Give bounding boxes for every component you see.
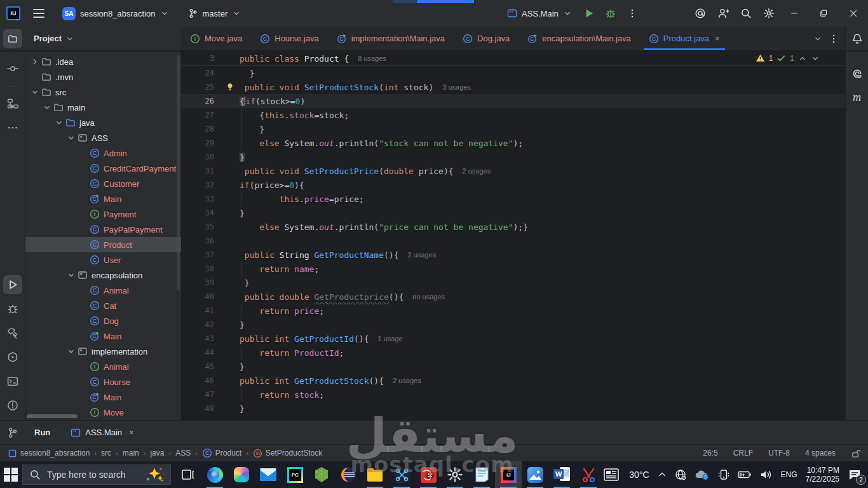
close-icon[interactable]: × — [129, 428, 134, 437]
tree-item-src[interactable]: src — [25, 85, 181, 100]
line-number[interactable]: 39 — [181, 278, 223, 287]
services-tool-icon[interactable] — [3, 348, 22, 367]
line-number[interactable]: 28 — [181, 125, 223, 133]
line-number[interactable]: 40 — [181, 292, 223, 301]
line-number[interactable]: 41 — [181, 306, 223, 315]
tree-item-creditcardpayment[interactable]: CCreditCardPayment — [25, 161, 181, 176]
editor-tab-hourse-java[interactable]: CHourse.java — [251, 27, 327, 50]
notifications-bell-icon[interactable] — [851, 33, 863, 44]
line-number[interactable]: 48 — [181, 404, 223, 413]
tree-item-main[interactable]: CMain — [25, 390, 181, 405]
code-line-29[interactable]: 29 else System.out.println("stock can no… — [181, 136, 845, 150]
code-line-45[interactable]: 45} — [181, 360, 845, 374]
tree-item-animal[interactable]: CAnimal — [25, 283, 181, 298]
run-tab[interactable]: ASS.Main × — [71, 428, 133, 438]
line-number[interactable]: 30 — [181, 152, 223, 161]
code-line-24[interactable]: 24 } — [181, 66, 845, 80]
code-line-31[interactable]: 31 public void SetProductPrice(double pr… — [181, 164, 845, 178]
tree-item-admin[interactable]: CAdmin — [25, 146, 181, 161]
code-line-39[interactable]: 39 } — [181, 276, 845, 290]
line-number[interactable]: 32 — [181, 180, 223, 189]
taskbar-app-photos-icon[interactable] — [522, 461, 548, 488]
line-ending[interactable]: CRLF — [733, 449, 753, 458]
tree-item-cat[interactable]: CCat — [25, 298, 181, 313]
run-button[interactable] — [580, 4, 599, 23]
code-line-43[interactable]: 43public int GetProductId(){1 usage — [181, 332, 845, 346]
tree-item-java[interactable]: java — [25, 115, 181, 130]
debug-button[interactable] — [601, 4, 620, 23]
network-globe-icon[interactable] — [675, 469, 686, 480]
code-line-26[interactable]: 26{if(stock>=0) — [181, 94, 845, 108]
usages-hint[interactable]: 8 usages — [358, 55, 386, 62]
line-number[interactable]: 37 — [181, 250, 223, 259]
more-tools-icon[interactable] — [3, 118, 22, 137]
git-tool-window-button[interactable] — [0, 421, 25, 444]
close-icon[interactable]: × — [715, 34, 720, 43]
tab-options-kebab-icon[interactable] — [829, 34, 839, 44]
line-number[interactable]: 35 — [181, 222, 223, 231]
tree-item-customer[interactable]: CCustomer — [25, 176, 181, 191]
editor-tab-implementation-main-java[interactable]: Cimplementation\Main.java — [328, 27, 454, 50]
build-tool-icon[interactable] — [3, 323, 22, 342]
line-number[interactable]: 29 — [181, 139, 223, 147]
search-everywhere-button[interactable] — [735, 4, 757, 23]
project-tool-window-button[interactable] — [3, 29, 22, 48]
problems-tool-icon[interactable] — [3, 396, 22, 415]
tree-item-paypalpayment[interactable]: CPayPalPayment — [25, 222, 181, 237]
volume-icon[interactable] — [760, 470, 773, 480]
unlock-icon[interactable] — [851, 449, 860, 458]
sticky-line[interactable]: 3public class Product {8 usages — [181, 51, 845, 66]
usages-hint[interactable]: 2 usages — [393, 377, 421, 384]
structure-tool-icon[interactable] — [3, 94, 22, 113]
line-number[interactable]: 31 — [181, 166, 223, 175]
terminal-tool-icon[interactable] — [3, 372, 22, 391]
code-with-me-icon[interactable] — [712, 4, 735, 23]
taskbar-app-snip-icon[interactable] — [575, 461, 602, 488]
taskbar-search-input[interactable]: Type here to search — [22, 464, 171, 485]
clock[interactable]: 10:47 PM 7/22/2025 — [806, 466, 839, 484]
editor-tab-encapsulation-main-java[interactable]: Cencapsulation\Main.java — [519, 27, 639, 50]
line-number[interactable]: 43 — [181, 334, 223, 343]
editor-tab-dog-java[interactable]: CDog.java — [454, 27, 519, 50]
main-menu-button[interactable] — [29, 6, 48, 20]
code-line-41[interactable]: 41 return price; — [181, 304, 845, 318]
run-tool-icon[interactable] — [3, 275, 22, 294]
breadcrumb-item-src[interactable]: src — [101, 449, 111, 458]
line-number[interactable]: 46 — [181, 376, 223, 385]
project-selector[interactable]: SA session8_absraction — [57, 4, 174, 23]
tree-item-product[interactable]: CProduct — [25, 237, 181, 252]
line-number[interactable]: 44 — [181, 348, 223, 357]
code-line-47[interactable]: 47 return stock; — [181, 388, 845, 402]
start-button[interactable] — [0, 461, 22, 488]
next-problem-chevron-icon[interactable] — [811, 54, 820, 63]
taskbar-app-eclipse-icon[interactable] — [335, 461, 362, 488]
usages-hint[interactable]: 2 usages — [463, 167, 491, 175]
tree-item-payment[interactable]: IPayment — [25, 207, 181, 222]
usages-hint[interactable]: 1 usage — [378, 335, 403, 342]
line-number[interactable]: 26 — [181, 97, 223, 105]
onedrive-icon[interactable] — [695, 469, 710, 480]
code-line-36[interactable]: 36 — [181, 234, 845, 248]
prev-problem-chevron-icon[interactable] — [798, 54, 807, 63]
tree-item-encapsulation[interactable]: encapsulation — [25, 268, 181, 283]
tree-item-dog[interactable]: CDog — [25, 313, 181, 329]
tray-chevron-up-icon[interactable] — [658, 470, 667, 479]
ai-assistant-icon[interactable] — [689, 4, 712, 23]
tree-vertical-scrollbar[interactable] — [177, 55, 180, 290]
code-line-27[interactable]: 27 {this.stock=stock; — [181, 108, 845, 122]
taskbar-app-edge-icon[interactable] — [201, 461, 228, 488]
taskbar-app-pycharm-icon[interactable]: PC — [281, 461, 308, 488]
code-line-28[interactable]: 28 } — [181, 122, 845, 136]
line-number[interactable]: 34 — [181, 208, 223, 217]
tree-item-.mvn[interactable]: .mvn — [25, 69, 181, 85]
taskbar-app-notepad-icon[interactable] — [468, 461, 495, 488]
code-line-30[interactable]: 30} — [181, 150, 845, 164]
hidden-tabs-chevron-icon[interactable] — [813, 34, 822, 43]
news-widget-icon[interactable] — [602, 461, 621, 488]
project-panel-header[interactable]: Project — [25, 27, 181, 50]
code-line-37[interactable]: 37 public String GetProductName(){2 usag… — [181, 248, 845, 262]
maximize-button[interactable] — [810, 0, 839, 27]
run-configuration-selector[interactable]: ASS.Main — [502, 6, 577, 21]
taskbar-app-drone-icon[interactable] — [388, 461, 415, 488]
settings-button[interactable] — [757, 4, 780, 23]
